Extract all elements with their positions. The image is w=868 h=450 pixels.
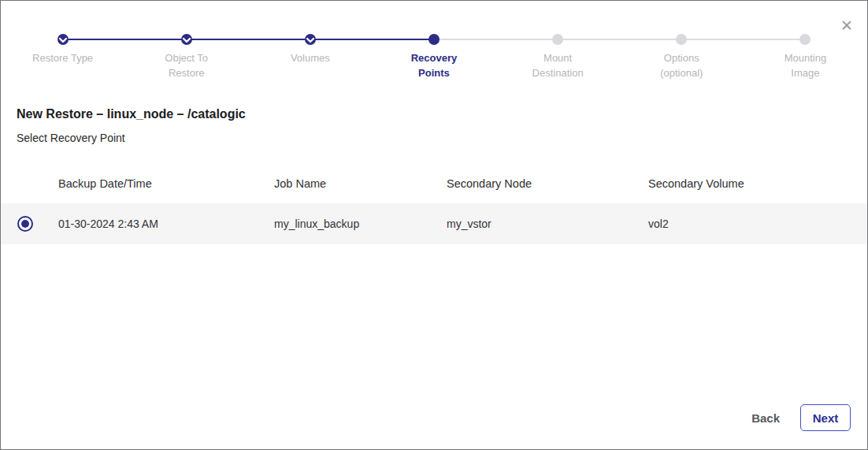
close-icon[interactable]: ✕ (840, 18, 853, 33)
step-upcoming-dot (799, 34, 811, 45)
column-header-job-name: Job Name (274, 177, 447, 190)
step-done-dot (57, 34, 69, 45)
column-header-backup-datetime: Backup Date/Time (58, 177, 274, 190)
step-label: Mount Destination (521, 51, 594, 81)
step-connector (187, 39, 310, 40)
step-recovery-points[interactable]: Recovery Points (372, 34, 495, 81)
cell-secondary-node: my_vstor (447, 218, 648, 230)
table-row[interactable]: 01-30-2024 2:43 AM my_linux_backup my_vs… (1, 203, 867, 244)
check-icon (183, 32, 191, 46)
step-connector (681, 39, 805, 40)
wizard-footer: Back Next (751, 404, 851, 431)
step-connector (558, 39, 681, 40)
wizard-stepper: Restore Type Object To Restore Volumes R… (1, 1, 867, 81)
step-object-to-restore[interactable]: Object To Restore (124, 34, 248, 81)
step-options-optional[interactable]: Options (optional) (620, 34, 744, 81)
column-header-secondary-volume: Secondary Volume (648, 177, 867, 190)
step-done-dot (305, 34, 316, 45)
step-volumes[interactable]: Volumes (248, 34, 372, 81)
step-restore-type[interactable]: Restore Type (1, 34, 124, 81)
step-label: Volumes (291, 51, 330, 66)
step-connector (310, 39, 434, 40)
step-mounting-image[interactable]: Mounting Image (744, 34, 867, 81)
step-upcoming-dot (552, 34, 563, 45)
next-button[interactable]: Next (800, 404, 851, 431)
page-subtitle: Select Recovery Point (17, 132, 867, 144)
check-icon (59, 32, 67, 46)
page-title: New Restore – linux_node – /catalogic (17, 107, 867, 121)
cell-backup-datetime: 01-30-2024 2:43 AM (58, 218, 274, 230)
cell-job-name: my_linux_backup (274, 218, 447, 230)
step-label: Options (optional) (645, 51, 718, 81)
recovery-point-radio[interactable] (17, 216, 33, 232)
table-header-row: Backup Date/Time Job Name Secondary Node… (1, 164, 867, 203)
column-header-secondary-node: Secondary Node (447, 177, 648, 190)
step-label: Recovery Points (398, 51, 470, 81)
cell-secondary-volume: vol2 (648, 218, 867, 230)
radio-selected-dot (21, 220, 29, 228)
step-mount-destination[interactable]: Mount Destination (496, 34, 620, 81)
step-label: Restore Type (32, 51, 93, 66)
check-icon (306, 32, 314, 46)
back-button[interactable]: Back (751, 411, 780, 425)
step-connector (434, 39, 558, 40)
step-done-dot (181, 34, 192, 45)
step-active-dot (428, 34, 440, 45)
step-upcoming-dot (676, 34, 687, 45)
step-label: Mounting Image (769, 51, 841, 81)
step-label: Object To Restore (150, 51, 223, 81)
step-connector (63, 39, 187, 40)
